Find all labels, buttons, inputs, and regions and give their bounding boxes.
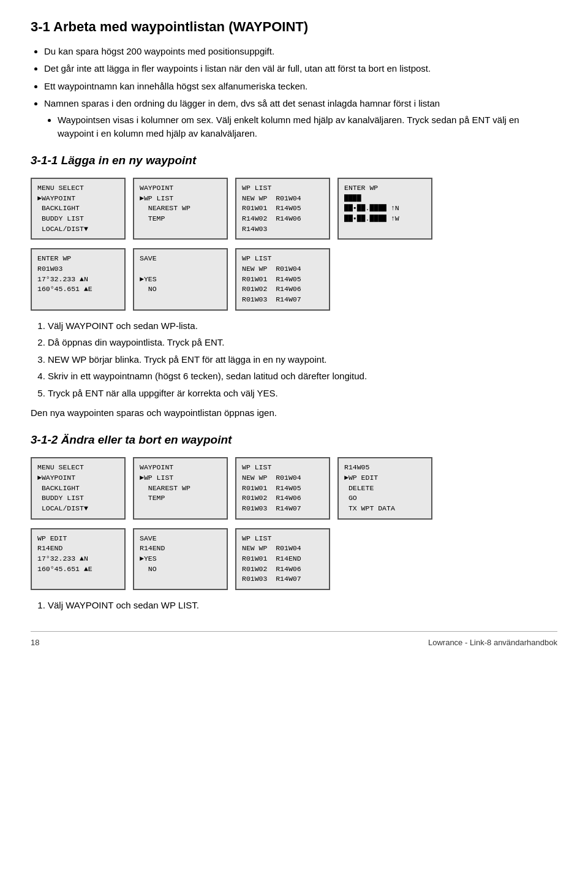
section2-screens-row1: MENU SELECT ►WAYPOINT BACKLIGHT BUDDY LI… [31,457,557,519]
screen-r14w05: R14W05 ►WP EDIT DELETE GO TX WPT DATA [337,457,432,519]
screen-wp-list-3: WP LIST NEW WP R01W04 R01W01 R14W05 R01W… [235,457,330,519]
step-1-3: NEW WP börjar blinka. Tryck på ENT för a… [48,353,557,367]
bullet-1: Du kan spara högst 200 waypoints med pos… [44,45,557,59]
page-title: 3-1 Arbeta med waypointlistan (WAYPOINT) [31,18,557,36]
footer: 18 Lowrance - Link-8 användarhandbok [31,631,557,649]
section2-screens-row2: WP EDIT R14END 17°32.233 ▲N 160°45.651 ▲… [31,528,557,590]
section1-extra: Den nya waypointen sparas och waypointli… [31,406,557,420]
step-2-1: Välj WAYPOINT och sedan WP LIST. [48,599,557,613]
bullet-4b: Waypointsen visas i kolumner om sex. Väl… [58,113,557,141]
bullet-3: Ett waypointnamn kan innehålla högst sex… [44,80,557,94]
intro-bullets: Du kan spara högst 200 waypoints med pos… [31,45,557,141]
section1-screens-row2: ENTER WP R01W03 17°32.233 ▲N 160°45.651 … [31,248,557,310]
footer-brand: Lowrance - Link-8 användarhandbok [428,637,557,649]
bullet-2: Det går inte att lägga in fler waypoints… [44,62,557,76]
screen-wp-list-1: WP LIST NEW WP R01W04 R01W01 R14W05 R14W… [235,178,330,240]
step-1-1: Välj WAYPOINT och sedan WP-lista. [48,319,557,333]
screen-waypoint-2: WAYPOINT ►WP LIST NEAREST WP TEMP [133,457,228,519]
section1-title: 3-1-1 Lägga in en ny waypoint [31,152,557,170]
screen-wp-list-4: WP LIST NEW WP R01W04 R01W01 R14END R01W… [235,528,330,590]
section2-steps: Välj WAYPOINT och sedan WP LIST. [31,599,557,613]
screen-menu-select-1: MENU SELECT ►WAYPOINT BACKLIGHT BUDDY LI… [31,178,126,240]
step-1-5: Tryck på ENT när alla uppgifter är korre… [48,387,557,401]
screen-enter-wp-2: ENTER WP R01W03 17°32.233 ▲N 160°45.651 … [31,248,126,310]
section2-title: 3-1-2 Ändra eller ta bort en waypoint [31,431,557,449]
screen-save-2: SAVE R14END ►YES NO [133,528,228,590]
screen-enter-wp-1: ENTER WP ████ ██▪██.████ ↑N ██▪██.████ ↑… [337,178,432,240]
section1-screens-row1: MENU SELECT ►WAYPOINT BACKLIGHT BUDDY LI… [31,178,557,240]
bullet-4: Namnen sparas i den ordning du lägger in… [44,97,557,141]
screen-menu-select-2: MENU SELECT ►WAYPOINT BACKLIGHT BUDDY LI… [31,457,126,519]
section1-steps: Välj WAYPOINT och sedan WP-lista. Då öpp… [31,319,557,401]
screen-waypoint-1: WAYPOINT ►WP LIST NEAREST WP TEMP [133,178,228,240]
footer-page-number: 18 [31,637,39,649]
step-1-4: Skriv in ett waypointnamn (högst 6 tecke… [48,369,557,384]
screen-save-1: SAVE ►YES NO [133,248,228,310]
step-1-2: Då öppnas din waypointlista. Tryck på EN… [48,336,557,350]
screen-wp-edit: WP EDIT R14END 17°32.233 ▲N 160°45.651 ▲… [31,528,126,590]
screen-wp-list-2: WP LIST NEW WP R01W04 R01W01 R14W05 R01W… [235,248,330,310]
